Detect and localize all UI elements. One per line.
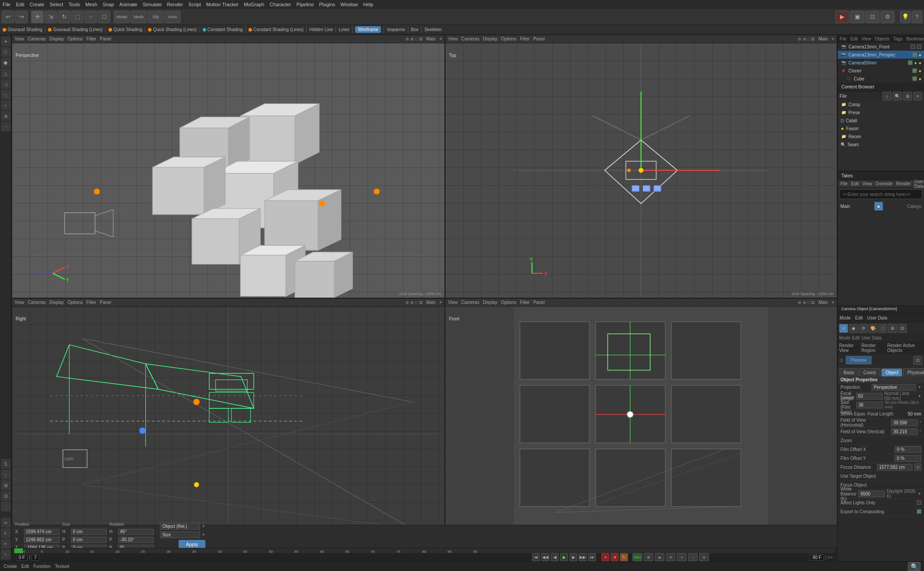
preview-extra[interactable]: ⊡	[913, 356, 922, 365]
left-tool-2[interactable]: ⬡	[1, 47, 11, 57]
left-tool-11[interactable]: ↕	[1, 470, 11, 479]
rp-tags[interactable]: Tags	[893, 36, 903, 41]
fov-h-value[interactable]: 39.598	[891, 419, 918, 426]
status-function[interactable]: Function	[33, 564, 50, 569]
cam13-front-check2[interactable]	[917, 44, 921, 49]
cam13-front-check[interactable]	[911, 44, 915, 49]
right-panel-menu[interactable]: Panel	[100, 300, 112, 305]
rot-p-input[interactable]	[118, 537, 154, 543]
right-options-menu[interactable]: Options	[68, 300, 83, 305]
isoparms-btn[interactable]: Isoparms	[387, 27, 405, 32]
vp-view-menu[interactable]: View	[15, 36, 24, 41]
menu-tools[interactable]: Tools	[68, 2, 80, 7]
menu-simulate[interactable]: Simulate	[143, 2, 162, 7]
left-tool-13[interactable]: ⊟	[1, 491, 11, 501]
record-btn[interactable]: ●	[601, 553, 609, 561]
frame-current-display[interactable]: 7	[32, 554, 40, 561]
const-lines-btn[interactable]: Constant Shading (Lines)	[248, 27, 304, 32]
top-max-btn[interactable]: ×	[832, 36, 834, 41]
wb-arrow[interactable]: ▼	[918, 492, 921, 496]
play-end-btn[interactable]: ⏭	[588, 553, 596, 561]
left-tool-3[interactable]: ⬢	[1, 58, 11, 68]
move-tool[interactable]: ✛	[31, 11, 44, 23]
props-icon-4[interactable]: 🎨	[868, 324, 877, 333]
render-view-button[interactable]: ⊡	[865, 11, 880, 23]
loop-btn[interactable]: ↻	[620, 553, 628, 561]
top-display-menu[interactable]: Display	[483, 36, 497, 41]
takes-edit[interactable]: Edit	[851, 181, 859, 186]
pos-y-input[interactable]	[24, 537, 60, 543]
const-shading-btn[interactable]: Constant Shading	[203, 27, 243, 32]
left-tool-12[interactable]: ⊞	[1, 480, 11, 490]
front-view-menu[interactable]: View	[448, 300, 458, 305]
render-region-opt[interactable]: Render Region	[861, 343, 885, 353]
pos-x-input[interactable]	[24, 529, 60, 535]
undo-button[interactable]: ↩	[2, 11, 14, 23]
top-panel-menu[interactable]: Panel	[533, 36, 545, 41]
render-region-button[interactable]: ▣	[850, 11, 864, 23]
takes-view[interactable]: View	[862, 181, 872, 186]
quick-shading-btn[interactable]: Quick Shading	[108, 27, 142, 32]
obj-mode-select[interactable]: Object (Rel.)	[160, 523, 200, 530]
select-circle-tool[interactable]: ○	[84, 11, 97, 23]
left-mode-2[interactable]: E	[1, 528, 11, 538]
edit-render-button[interactable]: ⚙	[880, 11, 895, 23]
cb-item-prese[interactable]: 📁 Prese	[838, 108, 924, 116]
left-mode-4[interactable]: T	[1, 550, 11, 559]
stop-btn[interactable]: ■	[611, 553, 619, 561]
left-tool-7[interactable]: ○	[1, 100, 11, 110]
render-active-opt[interactable]: Render Active Objects	[887, 343, 923, 353]
takes-render[interactable]: Render	[896, 181, 911, 186]
rp-view[interactable]: View	[861, 36, 871, 41]
motion-btn[interactable]: ◈	[655, 553, 664, 561]
preview-button[interactable]: Preview	[846, 356, 872, 364]
next-key-btn[interactable]: ▶▶	[579, 553, 587, 561]
front-viewport[interactable]: View Cameras Display Options Filter Pane…	[445, 298, 837, 562]
scale-tool[interactable]: ⇲	[44, 11, 57, 23]
right-view-menu[interactable]: View	[15, 300, 24, 305]
tree-cloner[interactable]: ⊕ Cloner ●	[838, 67, 924, 75]
menu-plugins[interactable]: Plugins	[319, 2, 335, 7]
left-mode-3[interactable]: P	[1, 539, 11, 549]
top-view-menu[interactable]: View	[448, 36, 458, 41]
left-tool-10[interactable]: S	[1, 459, 11, 469]
menu-edit[interactable]: Edit	[16, 2, 24, 7]
object-mode[interactable]: Obj	[148, 11, 164, 23]
projection-value[interactable]: Perspective	[872, 384, 916, 391]
model-mode[interactable]: Model	[114, 11, 130, 23]
tree-cube[interactable]: □ Cube ●	[838, 75, 924, 83]
affect-lights-check[interactable]	[917, 500, 921, 505]
props-icon-6[interactable]: ⊞	[888, 324, 897, 333]
play-start-btn[interactable]: ⏮	[532, 553, 540, 561]
cb-grid-btn[interactable]: ⊞	[903, 92, 912, 100]
wireframe-btn[interactable]: Wireframe	[355, 26, 381, 33]
menu-window[interactable]: Window	[340, 2, 358, 7]
select-live-tool[interactable]: ⬡	[98, 11, 110, 23]
wb-value[interactable]: 6500	[858, 491, 885, 497]
left-mode-1[interactable]: M	[1, 518, 11, 527]
cam13-persp-check[interactable]	[912, 52, 917, 57]
right-cameras-menu[interactable]: Cameras	[28, 300, 46, 305]
box-btn[interactable]: Box	[411, 27, 419, 32]
motion2-btn[interactable]: ⊡	[699, 553, 709, 561]
front-max-btn[interactable]: ×	[832, 300, 834, 305]
timeline-btn[interactable]: ≋	[666, 553, 676, 561]
menu-motion-tracker[interactable]: Motion Tracker	[206, 2, 239, 7]
front-cameras-menu[interactable]: Cameras	[461, 300, 480, 305]
vp-max-btn[interactable]: ×	[440, 36, 442, 41]
next-frame-btn[interactable]: ▶	[569, 553, 577, 561]
left-tool-9[interactable]: ⋯	[1, 122, 11, 132]
left-tool-8[interactable]: ⊕	[1, 111, 11, 121]
prev-frame-btn[interactable]: ◀	[551, 553, 559, 561]
cb-item-comp[interactable]: 📁 Comp	[838, 100, 924, 108]
tab-coord[interactable]: Coord.	[859, 368, 880, 376]
front-display-menu[interactable]: Display	[483, 300, 497, 305]
size-h-input[interactable]	[71, 529, 107, 535]
perspective-viewport[interactable]: View Cameras Display Options Filter Pane…	[12, 35, 445, 298]
fov-v-value[interactable]: 30.219	[891, 428, 918, 435]
takes-active-btn[interactable]: ●	[874, 202, 883, 211]
focal-length-value[interactable]: 50	[856, 393, 883, 399]
audio-btn[interactable]: ♪	[688, 553, 698, 561]
light-button[interactable]: 💡	[900, 11, 911, 23]
cam50-check[interactable]	[908, 60, 912, 65]
